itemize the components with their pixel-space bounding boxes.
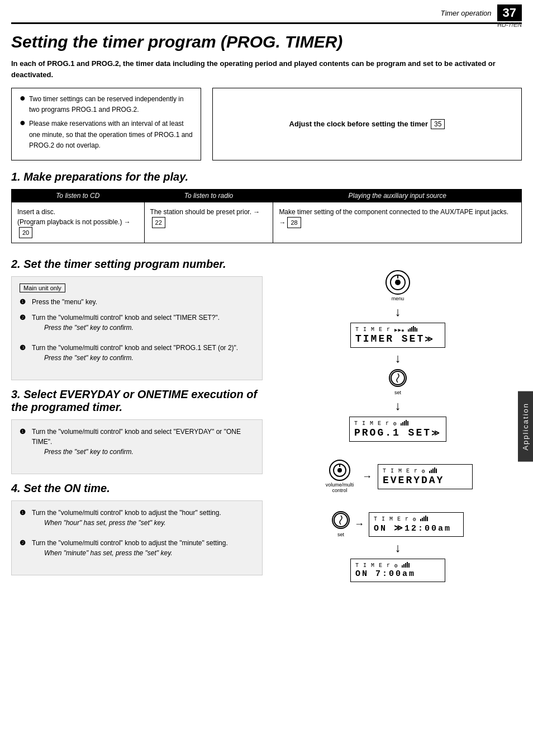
lcd-on12-top-text: T I M E r (374, 516, 409, 522)
indicator-bars-1: ▶▶◉ (394, 326, 417, 333)
lcd-prog1-top: T I M E r ⚙ (354, 420, 441, 427)
step3-1: ❶ Turn the "volume/multi control" knob a… (20, 427, 254, 461)
step2-1-text: Press the "menu" key. (32, 298, 97, 306)
info-area: ● Two timer settings can be reserved ind… (11, 88, 522, 160)
step2-1-content: Press the "menu" key. (32, 297, 97, 307)
bullet-text-1: Two timer settings can be reserved indep… (29, 94, 193, 115)
lcd-line1-timersh: T I M E r ▶▶◉ (355, 326, 440, 333)
section2-diagrams: menu ↓ T I M E r ▶▶◉ (274, 270, 522, 582)
step4-1-num: ❶ (20, 508, 28, 532)
lcd-everyday-top-text: T I M E r (383, 468, 418, 474)
set-btn-label-2: set (337, 532, 344, 537)
aux-text: Make timer setting of the component conn… (279, 208, 508, 226)
section1-heading: 1. Make preparations for the play. (11, 171, 522, 183)
clock-note-text: Adjust the clock before setting the time… (289, 120, 429, 128)
step4-1-content: Turn the "volume/multi control" knob to … (32, 508, 221, 532)
clock-note-box: Adjust the clock before setting the time… (212, 88, 522, 160)
diagrams-column: menu ↓ T I M E r ▶▶◉ (274, 253, 522, 583)
app-sidebar-label: Application (518, 391, 533, 462)
main-unit-badge: Main unit only (20, 284, 65, 292)
set-button-diagram-1: set (389, 369, 407, 395)
arrow-right-2: → (354, 518, 364, 530)
lcd-on12-bottom: ON ≫12:00am (374, 523, 459, 533)
indicator-bars-2: ⚙ (393, 420, 408, 427)
arrow-down-4: ↓ (395, 542, 401, 554)
bullet-item-2: ● Please make reservations with an inter… (20, 119, 193, 151)
main-content: Setting the timer program (PROG. TIMER) … (0, 24, 533, 594)
step2-2-content: Turn the "volume/multi control" knob and… (32, 313, 220, 337)
section3-heading: 3. Select EVERYDAY or ONETIME execution … (11, 388, 263, 414)
lcd-on-7: T I M E r ⚙ ON 7:00am (350, 559, 445, 582)
col-header-radio: To listen to radio (144, 189, 273, 202)
step2-3-text: Turn the "volume/multi control" knob and… (32, 344, 238, 352)
prep-table: To listen to CD To listen to radio Playi… (11, 189, 522, 244)
section4-steps: ❶ Turn the "volume/multi control" knob t… (11, 500, 263, 575)
arrow-down-3: ↓ (395, 400, 401, 412)
step4-2-num: ❷ (20, 538, 28, 563)
bullet-text-2: Please make reservations with an interva… (29, 119, 193, 151)
set-button-diagram-2: set (332, 511, 350, 537)
step2-2-num: ❷ (20, 313, 28, 337)
col-content-aux: Make timer setting of the component conn… (273, 202, 522, 243)
page-title: Setting the timer program (PROG. TIMER) (11, 32, 522, 51)
svg-point-5 (337, 468, 342, 472)
col-header-aux: Playing the auxiliary input source (273, 189, 522, 202)
lcd-on7-top-text: T I M E r (355, 563, 391, 569)
indicator-bars-3: ⚙ (422, 467, 437, 475)
radio-ref: 22 (152, 217, 165, 229)
bullet-dot-2: ● (20, 117, 26, 151)
lcd-everyday-top: T I M E r ⚙ (383, 467, 468, 475)
knob-vol-multi: volume/multi control (323, 460, 356, 493)
vol-knob-label: volume/multi control (323, 482, 356, 493)
clock-note-ref: 35 (431, 119, 445, 129)
svg-point-1 (395, 280, 401, 285)
page-number: 37 (497, 4, 522, 21)
lcd-on7-bottom: ON 7:00am (355, 569, 440, 579)
aux-ref: 28 (287, 217, 301, 229)
lcd-on12-top: T I M E r ⚙ (374, 516, 459, 523)
cd-text: Insert a disc.(Program playback is not p… (17, 208, 131, 237)
menu-knob-label: menu (392, 296, 404, 301)
section3-diagram: volume/multi control → T I M E r ⚙ (323, 460, 473, 493)
vol-multi-knob (329, 460, 350, 481)
step2-3-num: ❸ (20, 343, 28, 367)
indicator-bars-4: ⚙ (413, 516, 428, 523)
step2-1: ❶ Press the "menu" key. (20, 297, 254, 307)
set-btn-label-1: set (394, 390, 401, 395)
section-title: Timer operation (441, 9, 492, 17)
arrow-down-2: ↓ (395, 352, 401, 365)
section3-steps: ❶ Turn the "volume/multi control" knob a… (11, 419, 263, 474)
menu-knob-diagram: menu (386, 270, 410, 301)
menu-knob (386, 270, 410, 295)
section4-set-diagram: set → T I M E r ⚙ (332, 511, 464, 537)
page-header: Timer operation 37 (11, 0, 522, 24)
radio-text: The station should be preset prior. →22 (150, 208, 260, 226)
set-button-1 (389, 369, 407, 387)
lcd-everyday-text: EVERYDAY (383, 475, 468, 486)
intro-paragraph: In each of PROG.1 and PROG.2, the timer … (11, 58, 522, 80)
lcd-timerset-top: T I M E r (355, 327, 391, 333)
section2-heading: 2. Set the timer setting program number. (11, 258, 263, 271)
two-col-layout: 2. Set the timer setting program number.… (11, 253, 522, 583)
lcd-on-12: T I M E r ⚙ (369, 512, 464, 537)
arrow-right-1: → (362, 471, 372, 483)
lcd-prog1-top-text: T I M E r (354, 420, 389, 427)
instructions-column: 2. Set the timer setting program number.… (11, 253, 263, 583)
bullet-item-1: ● Two timer settings can be reserved ind… (20, 94, 193, 115)
col-header-cd: To listen to CD (12, 189, 145, 202)
step2-3-substep: Press the "set" key to confirm. (44, 353, 238, 363)
step4-2-content: Turn the "volume/multi control" knob to … (32, 538, 228, 563)
step4-1: ❶ Turn the "volume/multi control" knob t… (20, 508, 254, 532)
col-content-cd: Insert a disc.(Program playback is not p… (12, 202, 145, 243)
section4-heading: 4. Set the ON time. (11, 482, 263, 495)
step4-2: ❷ Turn the "volume/multi control" knob t… (20, 538, 254, 563)
step2-2: ❷ Turn the "volume/multi control" knob a… (20, 313, 254, 337)
lcd-timer-set: T I M E r ▶▶◉ (350, 323, 445, 348)
step4-1-substep: When "hour" has set, press the "set" key… (44, 518, 221, 528)
cd-ref: 20 (19, 227, 32, 239)
lcd-prog1-set: T I M E r ⚙ PROG.1 SET≫ (349, 417, 446, 442)
lcd-everyday: T I M E r ⚙ (378, 464, 473, 489)
lcd-prog1-bottom: PROG.1 SET≫ (354, 427, 441, 438)
step2-1-num: ❶ (20, 297, 28, 307)
model-number: HD-7/EN (497, 21, 522, 28)
